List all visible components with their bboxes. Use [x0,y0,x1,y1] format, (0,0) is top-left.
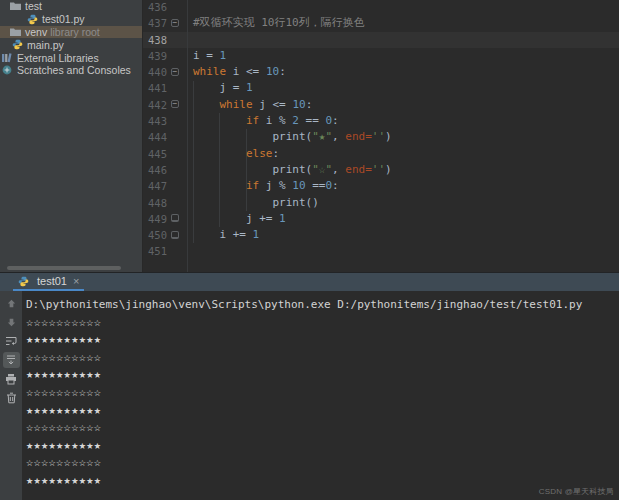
watermark: CSDN @星天科技局 [539,486,614,497]
soft-wrap-icon[interactable] [3,333,20,349]
down-arrow-icon[interactable] [3,314,20,330]
console-output[interactable]: D:\pythonitems\jinghao\venv\Scripts\pyth… [22,291,619,500]
code-line-438[interactable]: 438 [143,32,619,48]
code-line-437[interactable]: 437−#双循环实现 10行10列，隔行换色 [143,15,619,31]
console-output-line: ☆☆☆☆☆☆☆☆☆☆ [26,384,619,402]
up-arrow-icon[interactable] [3,295,20,311]
code-line-441[interactable]: 441 j = 1 [143,80,619,96]
fold-marker-icon[interactable]: − [171,68,179,76]
line-number: 439 [143,48,167,64]
code-text: if i % 2 == 0: [193,113,339,129]
console-toolbar [0,291,22,500]
code-line-439[interactable]: 439i = 1 [143,48,619,64]
code-text: #双循环实现 10行10列，隔行换色 [193,15,365,31]
console-output-line: ★★★★★★★★★★ [26,402,619,420]
python-file-icon [12,39,24,50]
pycharm-window: testtest01.pyvenvlibrary rootmain.pyExte… [0,0,619,500]
console-lines: ☆☆☆☆☆☆☆☆☆☆★★★★★★★★★★☆☆☆☆☆☆☆☆☆☆★★★★★★★★★★… [26,314,619,490]
project-horizontal-scrollbar[interactable] [7,266,121,270]
code-text: print("★", end='') [193,129,392,145]
editor-lines: 436437−#双循环实现 10行10列，隔行换色438439i = 1440−… [143,0,619,260]
code-text: while i <= 10: [193,64,286,80]
tree-item-label: Scratches and Consoles [17,64,131,76]
console-output-line: ★★★★★★★★★★ [26,331,619,349]
line-number: 444 [143,129,167,145]
console-output-line: ★★★★★★★★★★ [26,366,619,384]
project-panel: testtest01.pyvenvlibrary rootmain.pyExte… [0,0,143,272]
run-tab-bar: test01 × [0,272,619,291]
line-number: 448 [143,195,167,211]
run-tab-test01[interactable]: test01 × [13,273,84,291]
console-output-line: ★★★★★★★★★★ [26,437,619,455]
line-number: 436 [143,0,167,15]
line-number: 445 [143,146,167,162]
console-output-line: ☆☆☆☆☆☆☆☆☆☆ [26,419,619,437]
line-number: 438 [143,32,167,48]
code-text: while j <= 10: [193,97,312,113]
console-output-line: ☆☆☆☆☆☆☆☆☆☆ [26,349,619,367]
scroll-to-end-icon[interactable] [3,352,20,368]
code-text: print("☆", end='') [193,162,392,178]
line-number: 446 [143,162,167,178]
tree-item-scratches-and-consoles[interactable]: Scratches and Consoles [0,64,142,77]
code-line-448[interactable]: 448 print() [143,195,619,211]
print-icon[interactable] [3,371,20,387]
console-output-line: ☆☆☆☆☆☆☆☆☆☆ [26,314,619,332]
tree-item-label: test01.py [42,13,85,25]
folder-icon [10,1,22,12]
code-text: else: [193,146,279,162]
code-line-446[interactable]: 446 print("☆", end='') [143,162,619,178]
line-number: 447 [143,178,167,194]
line-number: 441 [143,80,167,96]
code-line-442[interactable]: 442− while j <= 10: [143,97,619,113]
tree-item-test01-py[interactable]: test01.py [0,13,142,26]
code-line-450[interactable]: 450 i += 1 [143,227,619,243]
tree-item-label: External Libraries [17,52,99,64]
code-editor[interactable]: 436437−#双循环实现 10行10列，隔行换色438439i = 1440−… [143,0,619,272]
code-text: i = 1 [193,48,226,64]
fold-marker-icon[interactable] [171,231,179,239]
line-number: 451 [143,243,167,259]
line-number: 437 [143,15,167,31]
console-exec-line: D:\pythonitems\jinghao\venv\Scripts\pyth… [26,296,619,314]
code-text: j += 1 [193,211,286,227]
fold-marker-icon[interactable]: − [171,19,179,27]
fold-marker-icon[interactable] [171,214,179,222]
code-line-436[interactable]: 436 [143,0,619,15]
code-line-449[interactable]: 449 j += 1 [143,211,619,227]
line-number: 450 [143,227,167,243]
console-output-line: ★★★★★★★★★★ [26,472,619,490]
code-text: print() [193,195,319,211]
run-body: D:\pythonitems\jinghao\venv\Scripts\pyth… [0,291,619,500]
code-line-440[interactable]: 440−while i <= 10: [143,64,619,80]
run-tool-window: test01 × D:\pythonitems\jinghao\venv\Scr… [0,272,619,500]
tree-item-main-py[interactable]: main.py [0,38,142,51]
code-line-447[interactable]: 447 if j % 10 ==0: [143,178,619,194]
tree-item-external-libraries[interactable]: External Libraries [0,51,142,64]
tree-item-test[interactable]: test [0,0,142,13]
code-line-444[interactable]: 444 print("★", end='') [143,129,619,145]
tree-item-label: venv [25,26,47,38]
line-number: 449 [143,211,167,227]
project-tree: testtest01.pyvenvlibrary rootmain.pyExte… [0,0,142,77]
fold-marker-icon[interactable]: − [171,100,179,108]
console-output-line: ☆☆☆☆☆☆☆☆☆☆ [26,454,619,472]
code-line-445[interactable]: 445 else: [143,146,619,162]
code-line-443[interactable]: 443 if i % 2 == 0: [143,113,619,129]
line-number: 442 [143,97,167,113]
line-number: 443 [143,113,167,129]
code-text: i += 1 [193,227,259,243]
line-number: 440 [143,64,167,80]
folder-icon [10,26,22,37]
scratches-icon [2,65,14,76]
clear-all-icon[interactable] [3,390,20,406]
gutter-separator [187,0,188,272]
tree-item-suffix: library root [50,26,100,38]
tree-item-label: main.py [27,39,64,51]
libraries-icon [2,52,14,63]
close-tab-icon[interactable]: × [73,275,79,287]
python-file-icon [27,14,39,25]
code-line-451[interactable]: 451 [143,243,619,259]
tree-item-label: test [25,0,42,12]
tree-item-venv[interactable]: venvlibrary root [0,26,142,39]
